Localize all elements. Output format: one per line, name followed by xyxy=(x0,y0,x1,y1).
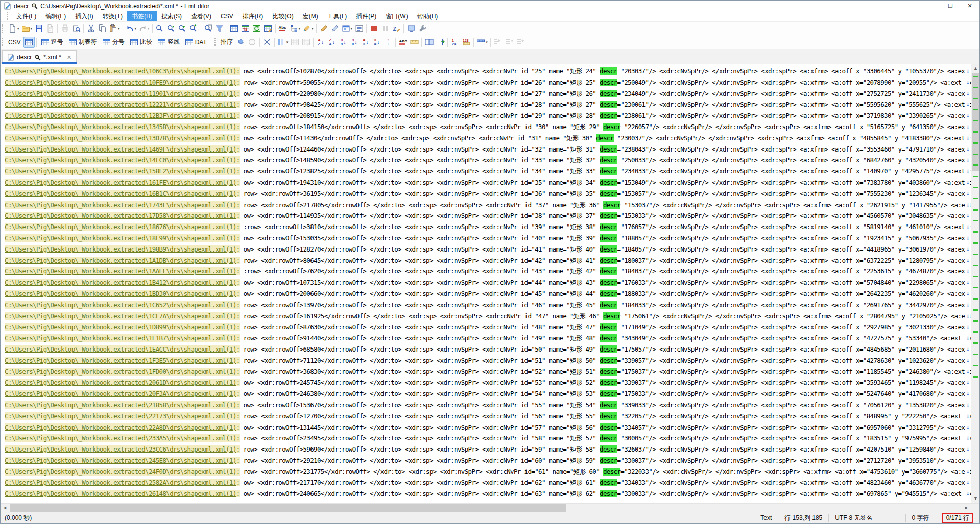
vertical-scroll-thumb[interactable] xyxy=(972,73,979,171)
menu-item-7[interactable]: 查看(V) xyxy=(186,11,216,21)
file-link[interactable]: C:\Users\Pig\Desktop\_Workbook.extracted… xyxy=(5,312,236,320)
file-link[interactable]: C:\Users\Pig\Desktop\_Workbook.extracted… xyxy=(5,379,236,386)
scroll-right-arrow[interactable]: ► xyxy=(962,504,971,512)
sortZA-icon[interactable]: ZA↓ xyxy=(326,37,338,48)
stop-icon[interactable] xyxy=(368,23,379,34)
file-link[interactable]: C:\Users\Pig\Desktop\_Workbook.extracted… xyxy=(5,468,236,476)
compare-refresh-icon[interactable] xyxy=(251,23,262,34)
sortbars-down-icon[interactable]: =≡↓ xyxy=(360,37,371,48)
pen2-icon[interactable] xyxy=(329,23,341,34)
horizontal-scrollbar[interactable]: ◄ ► xyxy=(1,504,971,512)
file-link[interactable]: C:\Users\Pig\Desktop\_Workbook.extracted… xyxy=(5,345,236,353)
file-link[interactable]: C:\Users\Pig\Desktop\_Workbook.extracted… xyxy=(5,179,236,186)
sort09-icon[interactable]: 09↓ xyxy=(338,37,349,48)
file-link[interactable]: C:\Users\Pig\Desktop\_Workbook.extracted… xyxy=(5,412,236,420)
csv-mode-selected-icon[interactable] xyxy=(23,37,35,48)
sort90-icon[interactable]: 90↓ xyxy=(349,37,360,48)
open-folder-icon[interactable]: ▾ xyxy=(20,23,34,34)
macro-pen-icon[interactable]: Z xyxy=(391,23,402,34)
compare-edit-icon[interactable] xyxy=(262,23,274,34)
copy-icon[interactable] xyxy=(97,23,108,34)
menu-item-11[interactable]: 宏(M) xyxy=(298,11,323,21)
file-link[interactable]: C:\Users\Pig\Desktop\_Workbook.extracted… xyxy=(5,267,236,275)
find-next-icon[interactable] xyxy=(177,23,188,34)
menu-item-15[interactable]: 帮助(H) xyxy=(413,11,443,21)
file-link[interactable]: C:\Users\Pig\Desktop\_Workbook.extracted… xyxy=(5,156,236,164)
file-link[interactable]: C:\Users\Pig\Desktop\_Workbook.extracted… xyxy=(5,234,236,242)
replace-icon[interactable] xyxy=(203,23,214,34)
status-cursor-position[interactable]: 行 153,列 185 xyxy=(778,514,828,521)
menu-item-9[interactable]: 排序(R) xyxy=(238,11,268,21)
menu-item-1[interactable]: 文件(F) xyxy=(12,11,41,21)
file-link[interactable]: C:\Users\Pig\Desktop\_Workbook.extracted… xyxy=(5,212,236,219)
file-link[interactable]: C:\Users\Pig\Desktop\_Workbook.extracted… xyxy=(5,423,236,431)
file-link[interactable]: C:\Users\Pig\Desktop\_Workbook.extracted… xyxy=(5,134,236,142)
spell-check-icon[interactable]: Abc xyxy=(277,23,289,34)
menu-item-3[interactable]: 插入(I) xyxy=(70,11,98,21)
minimize-button[interactable]: ─ xyxy=(921,1,941,11)
tab-close-icon[interactable]: ✕ xyxy=(67,54,71,61)
menu-item-13[interactable]: 插件(P) xyxy=(351,11,381,21)
find-in-files-icon[interactable]: * xyxy=(188,23,199,34)
ruler-icon[interactable] xyxy=(409,37,420,48)
file-link[interactable]: C:\Users\Pig\Desktop\_Workbook.extracted… xyxy=(5,167,236,175)
num123-icon[interactable]: 123 xyxy=(461,37,472,48)
plugin-window-icon[interactable]: ▾ xyxy=(341,23,354,34)
file-link[interactable]: C:\Users\Pig\Desktop\_Workbook.extracted… xyxy=(5,445,236,453)
csv-mode-6[interactable]: DAT xyxy=(182,37,209,48)
cut-icon[interactable] xyxy=(85,23,97,34)
num12-icon[interactable]: 1=2= xyxy=(449,37,461,48)
new-file-icon[interactable]: ▾ xyxy=(7,23,20,34)
shuffle-icon[interactable] xyxy=(261,37,273,48)
file-link[interactable]: C:\Users\Pig\Desktop\_Workbook.extracted… xyxy=(5,245,236,253)
status-encoding[interactable]: UTF-8 无签名 xyxy=(828,514,878,521)
find-icon[interactable] xyxy=(154,23,165,34)
outline-icon[interactable]: ▾ xyxy=(289,23,302,34)
sortAZ-icon[interactable]: AZ↓ xyxy=(315,37,326,48)
file-link[interactable]: C:\Users\Pig\Desktop\_Workbook.extracted… xyxy=(5,334,236,342)
find-prev-icon[interactable] xyxy=(165,23,177,34)
file-link[interactable]: C:\Users\Pig\Desktop\_Workbook.extracted… xyxy=(5,490,236,497)
compare-table-icon[interactable] xyxy=(229,23,240,34)
menu-item-8[interactable]: CSV xyxy=(216,11,238,21)
file-link[interactable]: C:\Users\Pig\Desktop\_Workbook.extracted… xyxy=(5,368,236,376)
file-link[interactable]: C:\Users\Pig\Desktop\_Workbook.extracted… xyxy=(5,357,236,364)
menu-item-4[interactable]: 转换(T) xyxy=(98,11,127,21)
sortbars-up-icon[interactable]: ≡=↓ xyxy=(371,37,383,48)
file-link[interactable]: C:\Users\Pig\Desktop\_Workbook.extracted… xyxy=(5,279,236,286)
file-link[interactable]: C:\Users\Pig\Desktop\_Workbook.extracted… xyxy=(5,112,236,119)
plugin-list-icon[interactable] xyxy=(353,23,365,34)
menu-item-12[interactable]: 工具(L) xyxy=(323,11,352,21)
status-mode[interactable]: Text xyxy=(754,514,778,521)
csv-mode-4[interactable]: 比较 xyxy=(127,37,155,48)
pen1-icon[interactable] xyxy=(318,23,329,34)
file-link[interactable]: C:\Users\Pig\Desktop\_Workbook.extracted… xyxy=(5,323,236,331)
undo-icon[interactable]: ▾ xyxy=(125,23,138,34)
split-cols-icon[interactable]: ▾ xyxy=(276,37,290,48)
csv-mode-2[interactable]: 制表符 xyxy=(66,37,100,48)
maximize-button[interactable]: ☐ xyxy=(941,1,960,11)
file-link[interactable]: C:\Users\Pig\Desktop\_Workbook.extracted… xyxy=(5,434,236,442)
csv-mode-3[interactable]: 分号 xyxy=(100,37,127,48)
file-link[interactable]: C:\Users\Pig\Desktop\_Workbook.extracted… xyxy=(5,223,236,231)
sort-config-icon[interactable] xyxy=(235,37,247,48)
file-link[interactable]: C:\Users\Pig\Desktop\_Workbook.extracted… xyxy=(5,401,236,409)
file-link[interactable]: C:\Users\Pig\Desktop\_Workbook.extracted… xyxy=(5,101,236,108)
file-link[interactable]: C:\Users\Pig\Desktop\_Workbook.extracted… xyxy=(5,257,236,264)
marker-icon[interactable]: ▾ xyxy=(301,23,315,34)
file-link[interactable]: C:\Users\Pig\Desktop\_Workbook.extracted… xyxy=(5,79,236,86)
print-preview-icon[interactable] xyxy=(70,23,82,34)
wrench-icon[interactable] xyxy=(417,23,428,34)
file-link[interactable]: C:\Users\Pig\Desktop\_Workbook.extracted… xyxy=(5,190,236,197)
table-arrow-icon[interactable] xyxy=(435,37,446,48)
compare-ts-icon[interactable]: TS xyxy=(240,23,251,34)
close-button[interactable]: ✕ xyxy=(960,1,979,11)
file-link[interactable]: C:\Users\Pig\Desktop\_Workbook.extracted… xyxy=(5,90,236,97)
scroll-left-arrow[interactable]: ◄ xyxy=(1,504,9,512)
horizontal-scroll-thumb[interactable] xyxy=(10,504,566,512)
file-link[interactable]: C:\Users\Pig\Desktop\_Workbook.extracted… xyxy=(5,290,236,297)
abc-strike-icon[interactable]: Abc xyxy=(397,37,409,48)
file-link[interactable]: C:\Users\Pig\Desktop\_Workbook.extracted… xyxy=(5,67,236,75)
file-link[interactable]: C:\Users\Pig\Desktop\_Workbook.extracted… xyxy=(5,123,236,131)
file-link[interactable]: C:\Users\Pig\Desktop\_Workbook.extracted… xyxy=(5,145,236,153)
